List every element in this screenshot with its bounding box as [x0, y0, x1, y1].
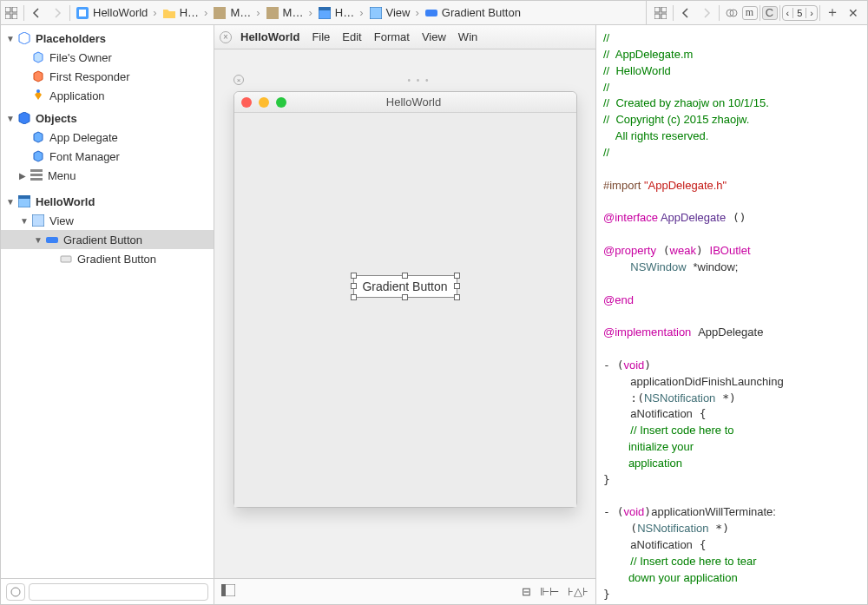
nav-forward-icon[interactable] [696, 3, 717, 23]
assistant-stepper[interactable]: ‹ 5 › [782, 5, 818, 21]
chevron-right-icon: › [413, 6, 420, 19]
resize-handle-icon[interactable] [454, 273, 460, 279]
outline-item-gradient-button[interactable]: ▼Gradient Button [1, 230, 214, 249]
menu-window[interactable]: Win [458, 30, 477, 43]
outline-label: File's Owner [49, 51, 112, 64]
resize-handle-icon[interactable] [402, 294, 408, 300]
menu-file[interactable]: File [312, 30, 330, 43]
outline-item-gradient-button-cell[interactable]: Gradient Button [1, 249, 214, 268]
close-scene-icon[interactable]: × [233, 75, 244, 85]
outline-item-window[interactable]: ▼ HelloWorld [1, 192, 214, 211]
outline-label: HelloWorld [36, 195, 95, 208]
outline-label: Font Manager [49, 150, 120, 163]
xib-icon [266, 6, 279, 20]
nav-forward-icon[interactable] [47, 3, 68, 23]
disclosure-triangle-icon[interactable]: ▼ [34, 235, 43, 245]
simulated-window[interactable]: HelloWorld Gradient Button [233, 91, 577, 508]
breadcrumb-item[interactable]: M… [209, 6, 254, 20]
nav-back-icon[interactable] [26, 3, 47, 23]
breadcrumb-item[interactable]: Gradient Button [421, 6, 524, 20]
traffic-light-minimize-icon[interactable] [259, 97, 269, 108]
disclosure-triangle-icon[interactable]: ▼ [6, 34, 15, 43]
disclosure-triangle-icon[interactable]: ▶ [18, 171, 27, 181]
breadcrumb-item[interactable]: View [365, 6, 414, 20]
breadcrumb-item[interactable]: M… [262, 6, 307, 20]
resize-handle-icon[interactable] [402, 273, 408, 279]
pin-icon[interactable]: ⊩⊢ [540, 585, 559, 598]
outline-label: View [49, 214, 74, 227]
menu-format[interactable]: Format [374, 30, 410, 43]
assistant-editor: // // AppDelegate.m // HelloWorld // // … [596, 25, 867, 604]
top-toolbar: HelloWorld › H… › M… › M… › H… › View › … [1, 1, 867, 25]
svg-rect-7 [266, 7, 279, 19]
disclosure-triangle-icon[interactable]: ▼ [20, 216, 29, 226]
filter-scope-icon[interactable] [6, 583, 25, 601]
window-content-view[interactable]: Gradient Button [234, 113, 576, 507]
outline-item-view[interactable]: ▼View [1, 211, 214, 230]
outline-item-font-manager[interactable]: Font Manager [1, 147, 214, 166]
resize-handle-icon[interactable] [350, 294, 356, 300]
disclosure-triangle-icon[interactable]: ▼ [6, 114, 15, 123]
outline-item-first-responder[interactable]: First Responder [1, 67, 214, 86]
menu-edit[interactable]: Edit [342, 30, 361, 43]
gradient-button-icon [424, 6, 438, 20]
traffic-light-zoom-icon[interactable] [276, 97, 286, 108]
canvas-footer-bar: ⊟ ⊩⊢ ⊦△⊦ [214, 578, 595, 604]
resolve-icon[interactable]: ⊦△⊦ [568, 585, 589, 598]
breadcrumb-item[interactable]: H… [314, 6, 358, 20]
outline-item-application[interactable]: Application [1, 86, 214, 105]
resize-handle-icon[interactable] [350, 273, 356, 279]
breadcrumb-item[interactable]: H… [159, 6, 202, 20]
source-code[interactable]: // // AppDelegate.m // HelloWorld // // … [596, 25, 867, 604]
stepper-prev-icon[interactable]: ‹ [783, 8, 793, 18]
related-items-icon[interactable] [650, 3, 671, 23]
outline-label: Gradient Button [77, 253, 156, 266]
app-menu-title[interactable]: HelloWorld [240, 30, 299, 43]
nav-back-icon[interactable] [675, 3, 696, 23]
svg-rect-15 [661, 14, 667, 19]
svg-rect-20 [30, 174, 43, 176]
chevron-right-icon: › [254, 6, 261, 19]
outline-label: Menu [48, 169, 76, 182]
section-label: Objects [36, 112, 77, 125]
outline-item-files-owner[interactable]: File's Owner [1, 48, 214, 67]
menu-icon [29, 168, 44, 183]
folder-icon [162, 6, 176, 20]
add-assistant-icon[interactable]: ＋ [822, 3, 843, 23]
svg-rect-5 [79, 10, 86, 16]
close-icon[interactable]: × [220, 31, 232, 43]
toggle-outline-icon[interactable] [221, 584, 235, 599]
svg-rect-23 [18, 195, 30, 199]
gradient-button-icon [44, 232, 60, 247]
resize-handle-icon[interactable] [454, 283, 460, 289]
traffic-light-close-icon[interactable] [241, 97, 252, 108]
cube-icon [16, 110, 32, 126]
selected-gradient-button[interactable]: Gradient Button [352, 275, 457, 298]
resize-handle-icon[interactable] [454, 294, 460, 300]
outline-label: Gradient Button [63, 233, 142, 247]
section-header-objects[interactable]: ▼ Objects [1, 109, 214, 128]
stepper-next-icon[interactable]: › [806, 8, 817, 18]
menu-view[interactable]: View [422, 30, 446, 43]
drag-handle-icon[interactable]: • • • [249, 76, 589, 85]
section-header-placeholders[interactable]: ▼ Placeholders [1, 29, 214, 48]
cube-icon [30, 129, 46, 145]
counterparts-icon[interactable] [721, 3, 742, 23]
svg-rect-3 [12, 14, 17, 19]
align-icon[interactable]: ⊟ [522, 585, 531, 598]
file-m-icon[interactable]: m [742, 6, 758, 20]
related-items-icon[interactable] [1, 3, 22, 23]
outline-item-app-delegate[interactable]: App Delegate [1, 128, 214, 147]
svg-rect-12 [654, 7, 660, 12]
class-icon[interactable]: C [762, 6, 778, 20]
window-icon [16, 194, 32, 209]
outline-label: Application [49, 89, 105, 102]
outline-filter-input[interactable] [29, 583, 208, 601]
close-assistant-icon[interactable]: ✕ [843, 3, 864, 23]
app-icon [30, 88, 46, 103]
disclosure-triangle-icon[interactable]: ▼ [6, 197, 15, 207]
outline-item-menu[interactable]: ▶Menu [1, 166, 214, 185]
breadcrumb-label: M… [230, 6, 251, 19]
breadcrumb-item[interactable]: HelloWorld [72, 6, 151, 20]
resize-handle-icon[interactable] [350, 283, 356, 289]
